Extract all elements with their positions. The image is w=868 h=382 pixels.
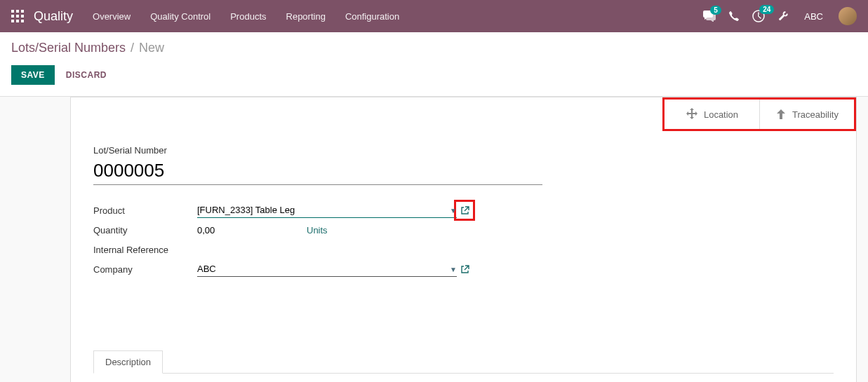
company-value-wrap: ▼ — [197, 261, 476, 277]
navbar-left: Quality Overview Quality Control Product… — [11, 9, 703, 24]
svg-rect-1 — [16, 10, 19, 13]
quantity-value: 0,00 — [197, 225, 307, 236]
location-button-label: Location — [704, 109, 738, 120]
phone-icon — [728, 11, 740, 22]
nav-configuration[interactable]: Configuration — [345, 11, 399, 22]
action-buttons: SAVE DISCARD — [11, 65, 857, 85]
breadcrumb-parent[interactable]: Lots/Serial Numbers — [11, 41, 126, 55]
product-value-wrap: ▼ — [197, 203, 476, 218]
product-row: Product ▼ — [93, 200, 834, 220]
company-row: Company ▼ — [93, 259, 834, 279]
svg-rect-6 — [11, 20, 14, 22]
tab-content-spacer — [71, 374, 856, 382]
top-navbar: Quality Overview Quality Control Product… — [0, 0, 868, 32]
internal-reference-label: Internal Reference — [93, 245, 197, 255]
user-name[interactable]: ABC — [804, 11, 823, 22]
svg-rect-3 — [11, 15, 14, 18]
user-avatar[interactable] — [839, 7, 857, 25]
discard-button[interactable]: DISCARD — [66, 70, 107, 80]
navbar-right: 5 24 ABC — [703, 7, 857, 25]
move-icon — [686, 108, 698, 121]
control-bar: Lots/Serial Numbers / New SAVE DISCARD — [0, 32, 868, 97]
external-link-icon — [460, 265, 469, 274]
lot-number-input[interactable] — [93, 157, 542, 185]
svg-rect-4 — [16, 15, 19, 18]
button-box: Location Traceability — [71, 97, 856, 131]
company-label: Company — [93, 264, 197, 275]
tabs: Description — [93, 350, 834, 374]
save-button[interactable]: SAVE — [11, 65, 55, 85]
svg-rect-0 — [11, 10, 14, 13]
product-input[interactable] — [197, 203, 457, 218]
app-brand[interactable]: Quality — [34, 9, 73, 24]
field-grid: Product ▼ Quantity 0,00 Units Intern — [93, 200, 834, 279]
apps-icon[interactable] — [11, 10, 24, 22]
nav-reporting[interactable]: Reporting — [286, 11, 326, 22]
debug-icon-button[interactable] — [777, 11, 789, 22]
svg-rect-7 — [16, 20, 19, 22]
quantity-row: Quantity 0,00 Units — [93, 220, 834, 240]
activities-icon-button[interactable]: 24 — [752, 10, 765, 22]
nav-quality-control[interactable]: Quality Control — [150, 11, 211, 22]
breadcrumb: Lots/Serial Numbers / New — [11, 41, 857, 55]
svg-rect-5 — [21, 15, 24, 18]
external-link-icon — [460, 206, 469, 215]
form-sheet: Location Traceability Lot/Serial Number … — [70, 97, 857, 382]
button-box-highlight: Location Traceability — [662, 97, 856, 131]
product-external-link[interactable] — [457, 203, 472, 218]
traceability-button-label: Traceability — [792, 109, 839, 120]
nav-overview[interactable]: Overview — [93, 11, 131, 22]
company-input[interactable] — [197, 261, 457, 277]
product-label: Product — [93, 205, 197, 216]
arrow-up-icon — [775, 109, 787, 120]
svg-rect-2 — [21, 10, 24, 13]
nav-products[interactable]: Products — [230, 11, 266, 22]
tab-description[interactable]: Description — [93, 350, 163, 374]
phone-icon-button[interactable] — [728, 11, 740, 22]
discuss-badge: 5 — [710, 6, 721, 15]
discuss-icon-button[interactable]: 5 — [703, 11, 716, 22]
quantity-label: Quantity — [93, 225, 197, 236]
traceability-button[interactable]: Traceability — [759, 100, 854, 129]
company-external-link[interactable] — [457, 261, 472, 277]
wrench-icon — [777, 11, 789, 22]
form-body: Lot/Serial Number Product ▼ Quantity — [71, 131, 856, 307]
location-button[interactable]: Location — [665, 100, 759, 129]
quantity-unit[interactable]: Units — [307, 225, 328, 236]
breadcrumb-separator: / — [131, 41, 138, 55]
lot-number-label: Lot/Serial Number — [93, 145, 834, 156]
svg-rect-8 — [21, 20, 24, 22]
activities-badge: 24 — [759, 5, 774, 14]
sheet-wrapper: Location Traceability Lot/Serial Number … — [0, 97, 868, 382]
breadcrumb-current: New — [139, 41, 164, 55]
internal-reference-row: Internal Reference — [93, 240, 834, 259]
